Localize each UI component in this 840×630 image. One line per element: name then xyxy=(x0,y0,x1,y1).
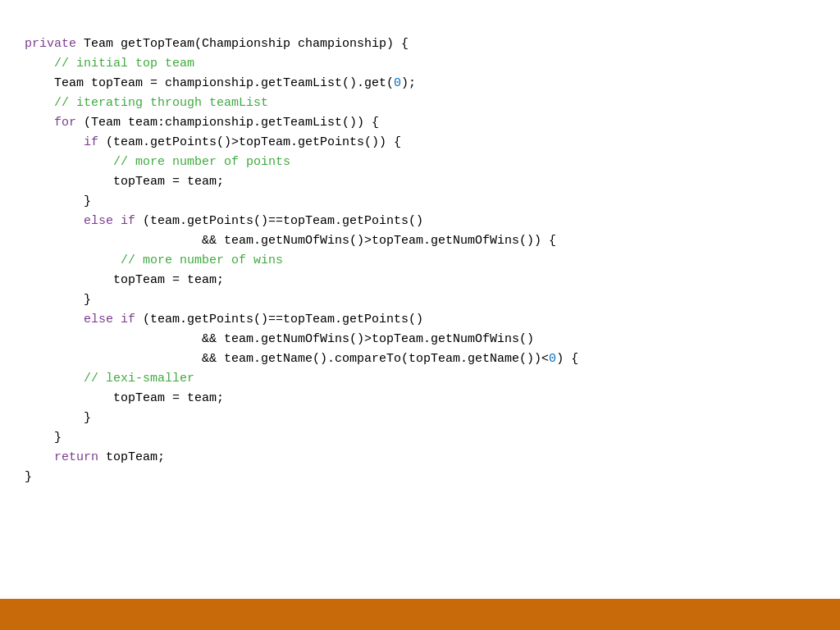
bottom-bar xyxy=(0,599,840,630)
line-12: // more number of wins xyxy=(25,253,283,267)
line-16: && team.getNumOfWins()>topTeam.getNumOfW… xyxy=(25,332,534,346)
line-3: Team topTeam = championship.getTeamList(… xyxy=(25,76,416,90)
line-19: topTeam = team; xyxy=(25,391,224,405)
line-13: topTeam = team; xyxy=(25,273,224,287)
line-14: } xyxy=(25,293,91,307)
line-10: else if (team.getPoints()==topTeam.getPo… xyxy=(25,214,423,228)
line-20: } xyxy=(25,411,91,425)
line-11: && team.getNumOfWins()>topTeam.getNumOfW… xyxy=(25,234,556,248)
code-editor: private Team getTopTeam(Championship cha… xyxy=(0,0,840,599)
line-5: for (Team team:championship.getTeamList(… xyxy=(25,116,379,130)
line-9: } xyxy=(25,194,91,208)
line-17: && team.getName().compareTo(topTeam.getN… xyxy=(25,352,578,366)
line-6: if (team.getPoints()>topTeam.getPoints()… xyxy=(25,135,401,149)
line-1: private Team getTopTeam(Championship cha… xyxy=(25,37,409,51)
line-2: // initial top team xyxy=(25,57,194,71)
line-15: else if (team.getPoints()==topTeam.getPo… xyxy=(25,313,423,326)
line-21: } xyxy=(25,431,62,445)
line-18: // lexi-smaller xyxy=(25,372,194,386)
line-7: // more number of points xyxy=(25,155,290,169)
line-23: } xyxy=(25,470,32,484)
line-8: topTeam = team; xyxy=(25,175,224,189)
line-4: // iterating through teamList xyxy=(25,96,268,110)
line-22: return topTeam; xyxy=(25,450,165,464)
